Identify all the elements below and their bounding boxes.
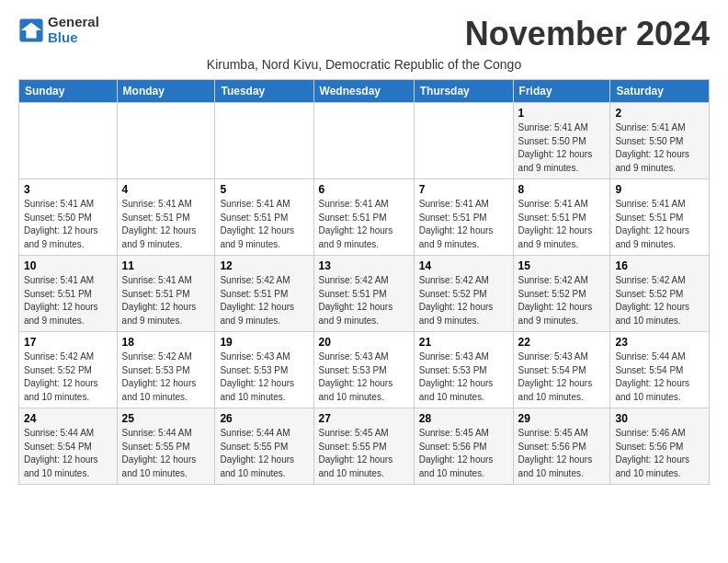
day-info: Sunrise: 5:43 AM Sunset: 5:54 PM Dayligh… bbox=[518, 350, 606, 404]
day-number: 13 bbox=[319, 259, 409, 272]
day-number: 26 bbox=[220, 412, 308, 425]
column-header-friday: Friday bbox=[513, 80, 610, 103]
calendar-cell: 27Sunrise: 5:45 AM Sunset: 5:55 PM Dayli… bbox=[313, 408, 414, 485]
day-info: Sunrise: 5:44 AM Sunset: 5:55 PM Dayligh… bbox=[220, 427, 308, 480]
day-info: Sunrise: 5:41 AM Sunset: 5:51 PM Dayligh… bbox=[122, 198, 210, 251]
day-info: Sunrise: 5:42 AM Sunset: 5:52 PM Dayligh… bbox=[419, 274, 508, 327]
calendar-cell bbox=[19, 103, 118, 179]
day-number: 18 bbox=[122, 336, 210, 349]
day-number: 17 bbox=[24, 336, 112, 349]
calendar-cell bbox=[117, 103, 215, 179]
day-number: 12 bbox=[220, 259, 308, 272]
calendar-cell: 30Sunrise: 5:46 AM Sunset: 5:56 PM Dayli… bbox=[610, 408, 710, 485]
logo: General Blue bbox=[18, 15, 99, 45]
calendar-cell: 15Sunrise: 5:42 AM Sunset: 5:52 PM Dayli… bbox=[513, 256, 610, 332]
day-number: 23 bbox=[615, 336, 704, 349]
calendar-cell: 20Sunrise: 5:43 AM Sunset: 5:53 PM Dayli… bbox=[313, 332, 414, 408]
column-header-saturday: Saturday bbox=[610, 80, 710, 103]
day-number: 5 bbox=[220, 183, 308, 196]
calendar-cell bbox=[414, 103, 513, 179]
month-title: November 2024 bbox=[465, 15, 710, 53]
calendar-cell: 8Sunrise: 5:41 AM Sunset: 5:51 PM Daylig… bbox=[513, 179, 610, 256]
day-info: Sunrise: 5:41 AM Sunset: 5:51 PM Dayligh… bbox=[615, 198, 704, 251]
calendar-cell: 28Sunrise: 5:45 AM Sunset: 5:56 PM Dayli… bbox=[414, 408, 513, 485]
day-info: Sunrise: 5:43 AM Sunset: 5:53 PM Dayligh… bbox=[419, 350, 508, 404]
day-info: Sunrise: 5:41 AM Sunset: 5:50 PM Dayligh… bbox=[615, 121, 704, 175]
calendar-cell: 12Sunrise: 5:42 AM Sunset: 5:51 PM Dayli… bbox=[215, 256, 313, 332]
calendar-cell: 22Sunrise: 5:43 AM Sunset: 5:54 PM Dayli… bbox=[513, 332, 610, 408]
calendar-week-row: 3Sunrise: 5:41 AM Sunset: 5:50 PM Daylig… bbox=[19, 179, 710, 256]
day-info: Sunrise: 5:42 AM Sunset: 5:51 PM Dayligh… bbox=[319, 274, 409, 327]
day-number: 7 bbox=[419, 183, 508, 196]
calendar-cell: 6Sunrise: 5:41 AM Sunset: 5:51 PM Daylig… bbox=[313, 179, 414, 256]
day-number: 8 bbox=[518, 183, 606, 196]
calendar-cell: 4Sunrise: 5:41 AM Sunset: 5:51 PM Daylig… bbox=[117, 179, 215, 256]
day-info: Sunrise: 5:41 AM Sunset: 5:51 PM Dayligh… bbox=[220, 198, 308, 251]
calendar-header-row: SundayMondayTuesdayWednesdayThursdayFrid… bbox=[19, 80, 710, 103]
day-info: Sunrise: 5:45 AM Sunset: 5:56 PM Dayligh… bbox=[419, 427, 508, 480]
day-info: Sunrise: 5:44 AM Sunset: 5:54 PM Dayligh… bbox=[24, 427, 112, 480]
day-number: 25 bbox=[122, 412, 210, 425]
calendar-week-row: 24Sunrise: 5:44 AM Sunset: 5:54 PM Dayli… bbox=[19, 408, 710, 485]
day-info: Sunrise: 5:41 AM Sunset: 5:51 PM Dayligh… bbox=[24, 274, 112, 327]
column-header-wednesday: Wednesday bbox=[313, 80, 414, 103]
column-header-tuesday: Tuesday bbox=[215, 80, 313, 103]
logo-icon bbox=[18, 17, 44, 43]
calendar-week-row: 1Sunrise: 5:41 AM Sunset: 5:50 PM Daylig… bbox=[19, 103, 710, 179]
day-number: 3 bbox=[24, 183, 112, 196]
column-header-thursday: Thursday bbox=[414, 80, 513, 103]
day-number: 21 bbox=[419, 336, 508, 349]
calendar-cell: 21Sunrise: 5:43 AM Sunset: 5:53 PM Dayli… bbox=[414, 332, 513, 408]
calendar-cell: 3Sunrise: 5:41 AM Sunset: 5:50 PM Daylig… bbox=[19, 179, 118, 256]
day-number: 30 bbox=[615, 412, 704, 425]
calendar-cell: 2Sunrise: 5:41 AM Sunset: 5:50 PM Daylig… bbox=[610, 103, 710, 179]
day-number: 10 bbox=[24, 259, 112, 272]
calendar-cell: 19Sunrise: 5:43 AM Sunset: 5:53 PM Dayli… bbox=[215, 332, 313, 408]
day-number: 28 bbox=[419, 412, 508, 425]
calendar-cell: 29Sunrise: 5:45 AM Sunset: 5:56 PM Dayli… bbox=[513, 408, 610, 485]
day-info: Sunrise: 5:44 AM Sunset: 5:55 PM Dayligh… bbox=[122, 427, 210, 480]
day-number: 27 bbox=[319, 412, 409, 425]
calendar-cell: 26Sunrise: 5:44 AM Sunset: 5:55 PM Dayli… bbox=[215, 408, 313, 485]
day-number: 9 bbox=[615, 183, 704, 196]
column-header-monday: Monday bbox=[117, 80, 215, 103]
calendar-week-row: 10Sunrise: 5:41 AM Sunset: 5:51 PM Dayli… bbox=[19, 256, 710, 332]
day-number: 20 bbox=[319, 336, 409, 349]
day-info: Sunrise: 5:43 AM Sunset: 5:53 PM Dayligh… bbox=[220, 350, 308, 404]
day-info: Sunrise: 5:42 AM Sunset: 5:53 PM Dayligh… bbox=[122, 350, 210, 404]
calendar-cell bbox=[313, 103, 414, 179]
column-header-sunday: Sunday bbox=[19, 80, 118, 103]
day-number: 14 bbox=[419, 259, 508, 272]
calendar-cell: 13Sunrise: 5:42 AM Sunset: 5:51 PM Dayli… bbox=[313, 256, 414, 332]
calendar-cell bbox=[215, 103, 313, 179]
day-info: Sunrise: 5:41 AM Sunset: 5:51 PM Dayligh… bbox=[518, 198, 606, 251]
calendar-cell: 10Sunrise: 5:41 AM Sunset: 5:51 PM Dayli… bbox=[19, 256, 118, 332]
day-info: Sunrise: 5:42 AM Sunset: 5:51 PM Dayligh… bbox=[220, 274, 308, 327]
day-number: 1 bbox=[518, 107, 606, 120]
calendar-cell: 17Sunrise: 5:42 AM Sunset: 5:52 PM Dayli… bbox=[19, 332, 118, 408]
calendar-cell: 9Sunrise: 5:41 AM Sunset: 5:51 PM Daylig… bbox=[610, 179, 710, 256]
day-info: Sunrise: 5:42 AM Sunset: 5:52 PM Dayligh… bbox=[24, 350, 112, 404]
calendar-table: SundayMondayTuesdayWednesdayThursdayFrid… bbox=[18, 79, 710, 485]
calendar-week-row: 17Sunrise: 5:42 AM Sunset: 5:52 PM Dayli… bbox=[19, 332, 710, 408]
logo-blue-text: Blue bbox=[48, 30, 99, 46]
day-number: 2 bbox=[615, 107, 704, 120]
calendar-cell: 14Sunrise: 5:42 AM Sunset: 5:52 PM Dayli… bbox=[414, 256, 513, 332]
day-info: Sunrise: 5:43 AM Sunset: 5:53 PM Dayligh… bbox=[319, 350, 409, 404]
day-info: Sunrise: 5:45 AM Sunset: 5:55 PM Dayligh… bbox=[319, 427, 409, 480]
subtitle: Kirumba, Nord Kivu, Democratic Republic … bbox=[18, 57, 710, 72]
calendar-cell: 7Sunrise: 5:41 AM Sunset: 5:51 PM Daylig… bbox=[414, 179, 513, 256]
day-number: 11 bbox=[122, 259, 210, 272]
calendar-cell: 16Sunrise: 5:42 AM Sunset: 5:52 PM Dayli… bbox=[610, 256, 710, 332]
day-info: Sunrise: 5:41 AM Sunset: 5:51 PM Dayligh… bbox=[122, 274, 210, 327]
day-info: Sunrise: 5:44 AM Sunset: 5:54 PM Dayligh… bbox=[615, 350, 704, 404]
day-info: Sunrise: 5:46 AM Sunset: 5:56 PM Dayligh… bbox=[615, 427, 704, 480]
day-info: Sunrise: 5:42 AM Sunset: 5:52 PM Dayligh… bbox=[615, 274, 704, 327]
day-info: Sunrise: 5:41 AM Sunset: 5:51 PM Dayligh… bbox=[419, 198, 508, 251]
day-info: Sunrise: 5:41 AM Sunset: 5:50 PM Dayligh… bbox=[24, 198, 112, 251]
day-number: 19 bbox=[220, 336, 308, 349]
day-info: Sunrise: 5:41 AM Sunset: 5:51 PM Dayligh… bbox=[319, 198, 409, 251]
logo-general-text: General bbox=[48, 15, 99, 30]
day-number: 24 bbox=[24, 412, 112, 425]
day-number: 29 bbox=[518, 412, 606, 425]
